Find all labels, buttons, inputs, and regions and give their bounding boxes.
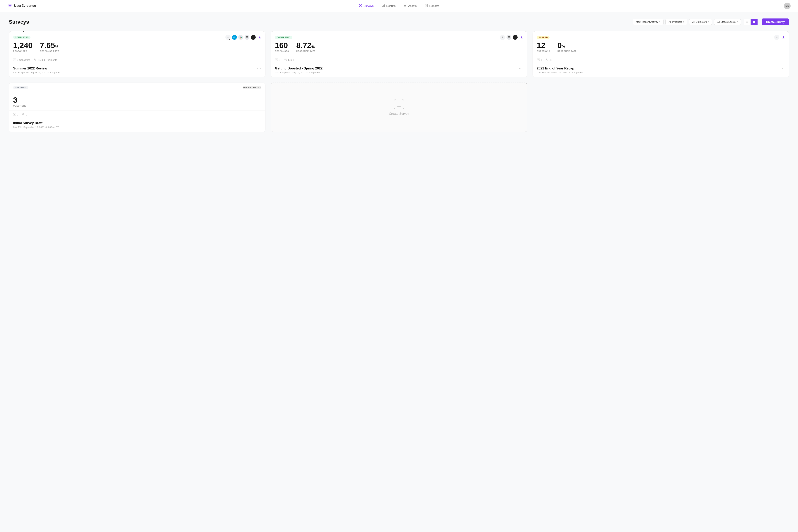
dark-circle-icon [251,35,256,40]
survey-card-year-recap: SHARED + 12 QUESTIONS 0% [533,31,789,77]
logo-name: UserEvidence [14,4,36,8]
svg-rect-33 [508,36,509,37]
status-badge-shared: SHARED [537,36,550,39]
svg-rect-26 [246,36,247,37]
last-response-date: Last Response: August 14, 2022 at 3:14pm… [13,71,261,74]
envelope-icon2 [275,59,278,61]
recipients-meta2: 1,834 [284,58,294,61]
response-rate-value: 7.65% [40,41,59,49]
grid-view-button[interactable] [751,19,758,25]
envelope-icon3 [537,59,540,61]
svg-point-0 [10,5,11,6]
logo[interactable]: UserEvidence [7,3,36,9]
list-view-button[interactable] [744,19,750,25]
create-survey-icon [394,99,404,109]
svg-rect-10 [426,5,427,5]
svg-rect-16 [753,21,754,22]
download-icon[interactable] [257,35,262,40]
svg-rect-18 [753,22,754,23]
collectors-meta-draft: 0 [13,113,18,116]
people-icon2 [284,58,287,61]
toolbar: Surveys Most Recent Activity ▾ All Produ… [9,18,789,25]
status-badge: COMPLETED [275,36,292,39]
svg-rect-29 [247,38,248,38]
create-survey-button[interactable]: Create Survey [762,18,789,25]
add-collector-plus3[interactable]: + [774,35,779,40]
tab-reports[interactable]: Reports [421,2,442,9]
create-survey-label: Create Survey [389,112,409,116]
svg-point-38 [284,59,285,60]
slack-icon [238,35,243,40]
svg-point-2 [360,5,361,6]
svg-rect-5 [384,4,385,7]
main-content: Surveys Most Recent Activity ▾ All Produ… [0,12,798,139]
tab-results[interactable]: Results [378,2,399,9]
survey-card-summer-2022: Add Collector COMPLETED + S [9,31,265,77]
svg-rect-17 [755,21,755,22]
svg-point-31 [34,59,35,60]
survey-title2: Getting Boosted - Spring 2022 [275,66,323,70]
recipients-meta3: 16 [546,58,552,61]
people-icon [34,58,37,61]
dark-circle2 [513,35,518,40]
svg-rect-23 [241,36,241,37]
svg-rect-6 [404,5,406,5]
last-response-date2: Last Response: May 15, 2022 at 2:15pm ET [275,71,523,74]
more-options-button[interactable]: ··· [257,66,261,70]
chevron-down-icon: ▾ [737,21,738,23]
tab-assets[interactable]: Assets [400,2,420,9]
svg-rect-4 [383,5,384,7]
collectors-meta3: 1 [537,59,542,61]
svg-rect-11 [426,5,427,6]
tab-surveys[interactable]: Surveys [356,2,377,9]
filter-activity[interactable]: Most Recent Activity ▾ [633,19,664,25]
card-meta-recap: 1 16 [533,56,789,64]
filter-status[interactable]: All Status Levels ▾ [714,19,741,25]
svg-text:S: S [234,37,235,38]
assets-icon [404,4,407,8]
user-avatar[interactable]: MB [784,3,791,9]
svg-rect-8 [404,6,406,6]
salesforce-icon: S [232,35,237,40]
survey-title: Summer 2022 Review [13,66,47,70]
card-bottom-boosted: Getting Boosted - Spring 2022 ··· Last R… [271,64,527,77]
svg-rect-12 [426,6,426,6]
svg-rect-24 [240,38,241,39]
envelope-icon-draft [13,113,16,116]
card-top-summer: Add Collector COMPLETED + S [9,32,265,56]
add-collector-button[interactable]: + [225,35,230,40]
create-survey-card[interactable]: Create Survey [271,82,527,132]
svg-rect-19 [755,22,755,23]
last-edit-date-draft: Last Edit: September 16, 2021 at 9:03am … [13,126,261,129]
card-title-row: Summer 2022 Review ··· [13,66,261,70]
more-options-button3[interactable]: ··· [781,66,785,70]
response-rate-stat2: 8.72% RESPONSE RATE [296,41,316,52]
svg-point-43 [23,113,24,114]
card-stats-boosted: 160 RESPONSES 8.72% RESPONSE RATE [275,41,523,52]
view-toggle [744,19,758,25]
last-edit-date3: Last Edit: December 20, 2021 at 12:40pm … [537,71,785,74]
status-badge: COMPLETED [13,36,31,39]
questions-stat: 12 QUESTIONS [537,41,550,52]
add-collectors-button[interactable]: + Add Collectors [243,86,261,89]
survey-grid: Add Collector COMPLETED + S [9,31,789,132]
card-title-row2: Getting Boosted - Spring 2022 ··· [275,66,523,70]
card-actions-boosted: + [500,35,524,40]
recipients-meta: 16,209 Recipients [34,58,57,61]
more-options-button2[interactable]: ··· [519,66,523,70]
card-meta-draft: 0 0 [9,111,265,119]
card-title-row3: 2021 End of Year Recap ··· [537,66,785,70]
svg-rect-3 [382,6,383,7]
page-title: Surveys [9,19,29,25]
card-title-row-draft: Initial Survey Draft [13,121,261,125]
drafting-stats: 3 QUESTIONS [9,89,265,111]
filter-collectors[interactable]: All Collectors ▾ [689,19,712,25]
questions-value-draft: 3 [13,96,261,104]
card-meta-boosted: 3 1,834 [271,56,527,64]
card-bottom-recap: 2021 End of Year Recap ··· Last Edit: De… [533,64,789,77]
nav-tabs: Surveys Results Assets Reports [356,2,442,9]
filter-products[interactable]: All Products ▾ [665,19,687,25]
download-icon2[interactable] [519,35,524,40]
add-collector-plus[interactable]: + [500,35,505,40]
download-icon3[interactable] [781,35,786,40]
